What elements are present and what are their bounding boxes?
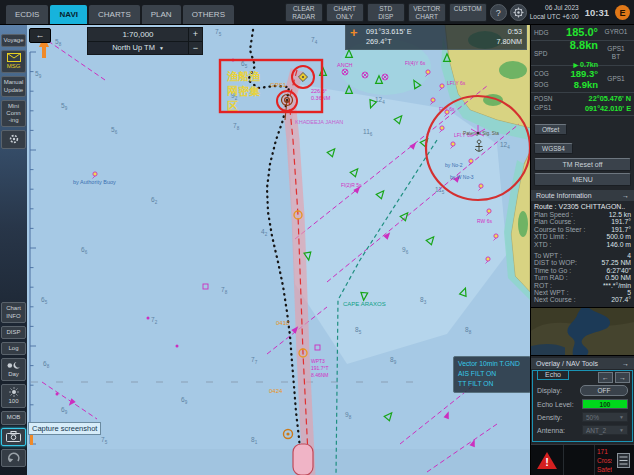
antenna-select[interactable]: ANT_2▼ bbox=[582, 425, 628, 435]
sidebar-item-label: MSG bbox=[7, 63, 21, 70]
position-value: 22°05.476' N091°42.010' E bbox=[555, 94, 631, 114]
alarm-code: 171 bbox=[597, 448, 610, 457]
flag-marker bbox=[30, 435, 33, 445]
posn-label: POSNGPS1 bbox=[534, 95, 555, 113]
sidebar-item-label: DISP bbox=[6, 329, 20, 336]
lat-value: 22°05.476' N bbox=[589, 94, 631, 103]
std-disp-button[interactable]: STDDISP bbox=[367, 3, 405, 22]
route-info-row: Next Course :207.4° bbox=[531, 296, 634, 303]
sidebar-item-voyage[interactable]: Voyage bbox=[1, 34, 26, 47]
echo-level-label: Echo Level: bbox=[537, 401, 574, 408]
sidebar-item-screenshot[interactable] bbox=[1, 428, 26, 446]
chart-label: 区 bbox=[227, 100, 238, 112]
chevron-down-icon: ▼ bbox=[619, 414, 624, 420]
sidebar-item-disp[interactable]: DISP bbox=[1, 326, 26, 339]
alarm-bar: ! 171 Crossing Safety... bbox=[531, 444, 634, 475]
route-info-row: Next WPT :5 bbox=[531, 289, 634, 296]
clear-radar-button[interactable]: CLEARRADAR bbox=[285, 3, 323, 22]
sidebar-item-mob[interactable]: MOB bbox=[1, 411, 26, 424]
sun-icon bbox=[9, 387, 19, 397]
chart-canvas[interactable]: 5874756592785659596266657278776969758198… bbox=[27, 24, 530, 475]
chart-label: GPS1 bbox=[270, 82, 287, 88]
chevron-down-icon: ▼ bbox=[619, 427, 624, 433]
sidebar-item-label: Mini bbox=[8, 103, 19, 110]
echo-level-bar[interactable]: 100 bbox=[582, 399, 628, 409]
sidebar-item-mini-conning[interactable]: MiniConn-ing bbox=[1, 100, 26, 128]
mini-chart-thumbnail[interactable] bbox=[531, 307, 634, 356]
prev-tab-button[interactable]: ← bbox=[598, 372, 613, 383]
echo-display-toggle[interactable]: OFF bbox=[580, 385, 628, 396]
tm-reset-button[interactable]: TM Reset off bbox=[534, 158, 631, 171]
custom-button[interactable]: CUSTOM bbox=[449, 3, 487, 22]
sidebar-item-label: Manual bbox=[4, 79, 24, 86]
gear-icon bbox=[8, 133, 20, 145]
cursor-ttg: 0:53 bbox=[470, 27, 522, 37]
chart-mark bbox=[56, 393, 59, 396]
offset-button[interactable]: Offset bbox=[534, 124, 567, 135]
density-select[interactable]: 50%▼ bbox=[582, 412, 628, 422]
zoom-out-button[interactable]: − bbox=[189, 41, 202, 55]
tab-echo[interactable]: Echo bbox=[537, 371, 569, 380]
help-icon: ? bbox=[496, 8, 501, 18]
spd-value: 8.8kn bbox=[570, 39, 598, 51]
sidebar-item-undo[interactable] bbox=[1, 449, 26, 467]
chart-label: by Authority Buoy bbox=[73, 179, 116, 185]
chart-mark bbox=[176, 345, 179, 348]
datum-button[interactable]: WGS84 bbox=[534, 143, 573, 154]
wheel-button[interactable] bbox=[510, 4, 527, 21]
sidebar-item-manual-update[interactable]: ManualUpdate bbox=[1, 76, 26, 96]
back-button[interactable]: ← bbox=[29, 28, 51, 43]
vector-mode: Vector 10min T.GND bbox=[458, 359, 526, 369]
next-tab-button[interactable]: → bbox=[615, 372, 630, 383]
tab-others[interactable]: OTHERS bbox=[183, 5, 234, 24]
help-button[interactable]: ? bbox=[490, 4, 507, 21]
clock: 10:31 bbox=[582, 7, 612, 18]
alarm-warning-button[interactable]: ! bbox=[531, 445, 564, 475]
sidebar-item-brightness[interactable]: 100 bbox=[1, 384, 26, 408]
chevron-down-icon: ▼ bbox=[159, 42, 164, 54]
chart-label: 8.46NM bbox=[311, 372, 329, 378]
sidebar-item-label: INFO bbox=[6, 313, 20, 320]
antenna-label: Antenna: bbox=[537, 427, 565, 434]
chart-label: 网密集 bbox=[227, 85, 260, 97]
alert-badge[interactable]: E bbox=[615, 5, 630, 20]
route-info-row: Course to Steer :191.7° bbox=[531, 226, 634, 233]
nav-data-panel: HDG 185.0° GYRO1 SPD 8.8kn ▶ 0.7kn GPS1B… bbox=[530, 24, 634, 475]
chart-label: 191.7°T bbox=[311, 365, 329, 371]
sidebar-item-label: 100 bbox=[8, 398, 18, 405]
route-info-row: Turn RAD :0.50 NM bbox=[531, 274, 634, 281]
orientation-select[interactable]: North Up TM ▼ bbox=[88, 41, 188, 54]
route-info-header[interactable]: Route Information → bbox=[531, 190, 634, 201]
spd-row: SPD 8.8kn ▶ 0.7kn GPS1BT bbox=[531, 41, 634, 66]
alarm-list-button[interactable] bbox=[612, 445, 634, 475]
chart-label: LFl.Y 6s bbox=[447, 80, 466, 86]
sidebar-item-day-mode[interactable]: Day bbox=[1, 358, 26, 381]
vector-chart-button[interactable]: VECTORCHART bbox=[408, 3, 446, 22]
route-info-row: XTD :146.0 m bbox=[531, 241, 634, 248]
sidebar-item-chart-info[interactable]: ChartINFO bbox=[1, 302, 26, 322]
sidebar-item-msg[interactable]: MSG bbox=[1, 50, 26, 73]
cog-value: 189.3° bbox=[555, 68, 601, 79]
cursor-lon: 091°33.615' E bbox=[366, 27, 470, 37]
route-name[interactable]: Route : V2305 CHITTAGON.. bbox=[531, 201, 634, 211]
chart-area[interactable]: 5874756592785659596266657278776969758198… bbox=[27, 24, 530, 475]
route-info-row: XTD Limit :500.0 m bbox=[531, 233, 634, 240]
sidebar-item-conning-tools[interactable] bbox=[1, 130, 26, 149]
tab-charts[interactable]: CHARTS bbox=[89, 5, 140, 24]
tab-navi[interactable]: NAVI bbox=[50, 5, 87, 24]
zoom-in-button[interactable]: + bbox=[189, 28, 202, 41]
chart-only-button[interactable]: CHARTONLY bbox=[326, 3, 364, 22]
tab-ecdis[interactable]: ECDIS bbox=[6, 5, 48, 24]
tt-filter-status: TT FILT ON bbox=[458, 379, 526, 389]
menu-button[interactable]: MENU bbox=[534, 173, 631, 186]
overlay-tools-header[interactable]: Overlay / NAV Tools → bbox=[531, 358, 634, 369]
list-icon bbox=[617, 453, 630, 468]
sidebar-item-log[interactable]: Log bbox=[1, 342, 26, 355]
scale-value[interactable]: 1:70,000 bbox=[88, 28, 188, 41]
sidebar-item-label: Log bbox=[8, 345, 18, 352]
datetime-display[interactable]: 06 Jul 2023 Local UTC +6:00 bbox=[530, 4, 579, 20]
tab-plan[interactable]: PLAN bbox=[142, 5, 181, 24]
alarm-message[interactable]: 171 Crossing Safety... bbox=[595, 445, 612, 475]
chart-label: WPT3 bbox=[311, 358, 325, 364]
alarm-empty-cell bbox=[564, 445, 595, 475]
